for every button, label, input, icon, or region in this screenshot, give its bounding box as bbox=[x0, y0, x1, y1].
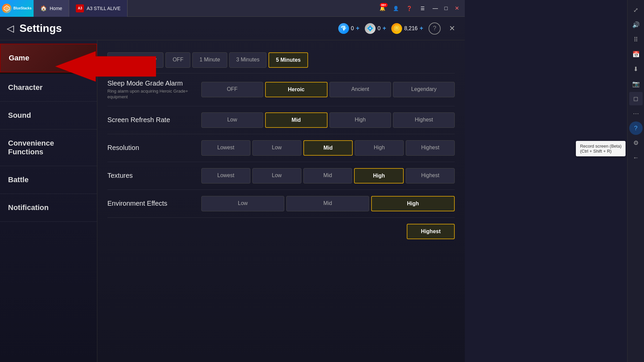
resolution-label: Resolution bbox=[107, 144, 195, 152]
character-nav-label: Character bbox=[8, 83, 43, 92]
tab-game[interactable]: A3 A3 STILL ALIVE bbox=[69, 0, 128, 17]
grade-alarm-title: Sleep Mode Grade Alarm bbox=[107, 80, 195, 87]
refresh-rate-row: Screen Refresh Rate Low Mid High Highest bbox=[107, 106, 455, 134]
sleep-3min-button[interactable]: 3 Minutes bbox=[229, 52, 266, 68]
sidebar-item-sound[interactable]: Sound bbox=[0, 102, 97, 130]
res-lowest-button[interactable]: Lowest bbox=[201, 140, 250, 156]
textures-label: Textures bbox=[107, 172, 195, 179]
sidebar-item-notification[interactable]: Notification bbox=[0, 194, 97, 222]
bluestacks-logo: BlueStacks bbox=[0, 0, 34, 17]
battle-nav-label: Battle bbox=[8, 175, 29, 184]
notification-button[interactable]: 🔔 99+ bbox=[377, 3, 388, 14]
game-tab-label: A3 STILL ALIVE bbox=[87, 6, 120, 11]
env-high-button[interactable]: High bbox=[371, 196, 455, 211]
tab-home[interactable]: 🏠 Home bbox=[34, 0, 69, 17]
textures-options: Lowest Low Mid High Highest bbox=[201, 168, 455, 184]
menu-button[interactable]: ☰ bbox=[417, 3, 428, 14]
tooltip-text: Record screen (Beta) bbox=[580, 144, 622, 149]
alarm-heroic-button[interactable]: Heroic bbox=[265, 82, 328, 97]
sidebar-item-convenience[interactable]: ConvenienceFunctions bbox=[0, 130, 97, 166]
partial-highest-button[interactable]: Highest bbox=[407, 224, 455, 239]
fullscreen-icon[interactable]: ⤢ bbox=[629, 3, 643, 17]
res-highest-button[interactable]: Highest bbox=[406, 140, 455, 156]
alarm-ancient-button[interactable]: Ancient bbox=[330, 82, 391, 97]
refresh-mid-button[interactable]: Mid bbox=[265, 112, 328, 128]
settings-icon[interactable]: ⚙ bbox=[629, 136, 643, 150]
account-button[interactable]: 👤 bbox=[390, 3, 401, 14]
partial-bottom-row: Highest bbox=[107, 218, 455, 245]
env-effects-options: Low Mid High bbox=[201, 196, 455, 211]
home-tab-label: Home bbox=[50, 6, 62, 11]
gem-count: 0 bbox=[351, 25, 354, 32]
notification-badge: 99+ bbox=[380, 3, 388, 7]
sleep-options: Tap to Sleep Now OFF 1 Minute 3 Minutes … bbox=[107, 52, 308, 68]
back-sidebar-icon[interactable]: ← bbox=[629, 151, 643, 164]
help-button[interactable]: ❓ bbox=[404, 3, 414, 14]
resolution-options: Lowest Low Mid High Highest bbox=[201, 140, 455, 156]
partial-options: Highest bbox=[407, 224, 455, 239]
alarm-legendary-button[interactable]: Legendary bbox=[393, 82, 455, 97]
add-gem-button[interactable]: + bbox=[356, 25, 360, 32]
refresh-rate-options: Low Mid High Highest bbox=[201, 112, 455, 128]
record-icon[interactable]: ◻ bbox=[629, 92, 643, 105]
env-mid-button[interactable]: Mid bbox=[286, 196, 369, 211]
tex-lowest-button[interactable]: Lowest bbox=[201, 168, 250, 184]
crystal-count: 0 bbox=[378, 25, 381, 32]
minimize-button[interactable]: — bbox=[431, 4, 440, 13]
grade-alarm-sublabel: Ring alarm upon acquiring Heroic Grade+e… bbox=[107, 89, 195, 100]
maximize-button[interactable]: □ bbox=[441, 4, 451, 13]
tex-highest-button[interactable]: Highest bbox=[406, 168, 455, 184]
gold-currency: 🪙 8,216 + bbox=[391, 23, 423, 34]
resolution-row: Resolution Lowest Low Mid High Highest bbox=[107, 134, 455, 162]
more-icon[interactable]: ⋯ bbox=[629, 107, 643, 120]
env-effects-row: Environment Effects Low Mid High bbox=[107, 190, 455, 218]
sound-nav-label: Sound bbox=[8, 111, 31, 119]
res-mid-button[interactable]: Mid bbox=[303, 140, 353, 156]
crystal-icon: 💠 bbox=[365, 23, 376, 34]
header-currency: 💎 0 + 💠 0 + 🪙 8,216 + ? ✕ bbox=[338, 22, 458, 35]
sidebar-item-character[interactable]: Character bbox=[0, 74, 97, 102]
sleep-1min-button[interactable]: 1 Minute bbox=[192, 52, 227, 68]
window-controls: — □ ✕ bbox=[431, 4, 461, 13]
grade-alarm-options: OFF Heroic Ancient Legendary bbox=[201, 82, 455, 97]
main-area: ◁ Settings 💎 0 + 💠 0 + 🪙 8,216 + ? ✕ bbox=[0, 17, 465, 362]
sleep-mode-row: Tap to Sleep Now OFF 1 Minute 3 Minutes … bbox=[107, 47, 455, 73]
keymapping-icon[interactable]: ⠿ bbox=[629, 33, 643, 46]
refresh-highest-button[interactable]: Highest bbox=[393, 112, 455, 128]
sidebar-item-battle[interactable]: Battle bbox=[0, 166, 97, 194]
gem-icon: 💎 bbox=[338, 23, 349, 34]
sleep-off-button[interactable]: OFF bbox=[165, 52, 190, 68]
bluestacks-label: BlueStacks bbox=[13, 6, 32, 10]
sleep-5min-button[interactable]: 5 Minutes bbox=[268, 52, 308, 68]
close-button[interactable]: ✕ bbox=[452, 4, 461, 13]
faq-icon[interactable]: ? bbox=[629, 121, 643, 135]
refresh-low-button[interactable]: Low bbox=[201, 112, 263, 128]
res-low-button[interactable]: Low bbox=[252, 140, 301, 156]
settings-header: ◁ Settings 💎 0 + 💠 0 + 🪙 8,216 + ? ✕ bbox=[0, 17, 465, 40]
title-bar: BlueStacks 🏠 Home A3 A3 STILL ALIVE 🔔 99… bbox=[0, 0, 465, 17]
notification-nav-label: Notification bbox=[8, 203, 49, 212]
back-button[interactable]: ◁ bbox=[7, 23, 14, 34]
refresh-high-button[interactable]: High bbox=[330, 112, 391, 128]
add-gold-button[interactable]: + bbox=[419, 25, 423, 32]
macro-icon[interactable]: 📅 bbox=[629, 48, 643, 61]
install-apk-icon[interactable]: ⬇ bbox=[629, 62, 643, 76]
tex-high-button[interactable]: High bbox=[354, 168, 404, 184]
textures-row: Textures Lowest Low Mid High Highest bbox=[107, 162, 455, 190]
add-crystal-button[interactable]: + bbox=[383, 25, 386, 32]
refresh-rate-label: Screen Refresh Rate bbox=[107, 116, 195, 124]
gem-currency: 💎 0 + bbox=[338, 23, 359, 34]
env-low-button[interactable]: Low bbox=[201, 196, 284, 211]
tex-low-button[interactable]: Low bbox=[252, 168, 301, 184]
crystal-currency: 💠 0 + bbox=[365, 23, 386, 34]
volume-icon[interactable]: 🔊 bbox=[629, 18, 643, 32]
help-icon-btn[interactable]: ? bbox=[429, 22, 441, 35]
res-high-button[interactable]: High bbox=[355, 140, 404, 156]
alarm-off-button[interactable]: OFF bbox=[201, 82, 263, 97]
screenshot-icon[interactable]: 📷 bbox=[629, 77, 643, 91]
tex-mid-button[interactable]: Mid bbox=[303, 168, 352, 184]
sidebar-item-game[interactable]: Game bbox=[0, 44, 97, 72]
settings-layout: Game Character Sound ConvenienceFunction… bbox=[0, 40, 465, 362]
tap-to-sleep-button[interactable]: Tap to Sleep Now bbox=[107, 52, 163, 68]
close-settings-button[interactable]: ✕ bbox=[446, 22, 458, 35]
